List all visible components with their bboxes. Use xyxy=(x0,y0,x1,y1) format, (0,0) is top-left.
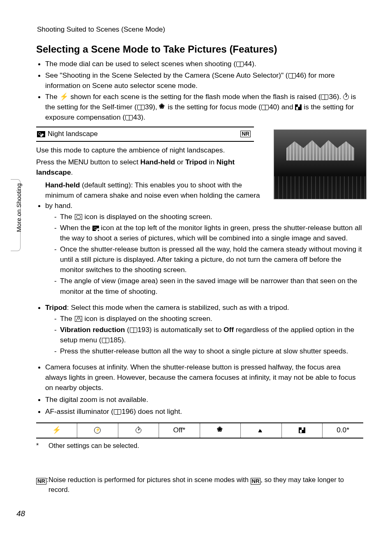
page-ref-icon xyxy=(130,328,137,333)
cell-focus-value xyxy=(241,423,282,438)
option-desc: : Select this mode when the camera is st… xyxy=(67,303,289,312)
night-landscape-small-icon xyxy=(92,226,99,231)
text: : xyxy=(46,476,48,483)
flash-icon: ⚡ xyxy=(60,92,69,102)
table-footnote: * Other settings can be selected. xyxy=(36,441,363,450)
flash-icon: ⚡ xyxy=(52,425,61,435)
text: 36). xyxy=(329,92,343,101)
cell-focus-icon xyxy=(200,423,241,438)
scene-desc-1: Use this mode to capture the ambience of… xyxy=(36,145,254,155)
nr-footnote: NR: Noise reduction is performed for pic… xyxy=(36,475,363,495)
mountain-icon xyxy=(257,427,265,434)
intro-item-1: The mode dial can be used to select scen… xyxy=(45,59,363,69)
cell-timer-icon xyxy=(118,423,159,438)
page-ref-icon xyxy=(236,62,244,67)
text: in xyxy=(207,158,217,166)
text: 196) does not light. xyxy=(122,407,182,415)
extra-note-3: AF-assist illuminator (196) does not lig… xyxy=(45,406,363,417)
text: button to select xyxy=(88,158,141,166)
tripod-screen-icon xyxy=(75,316,82,322)
text-bold: Tripod xyxy=(185,158,207,166)
cell-exp-value: 0.0* xyxy=(323,423,364,438)
text: ( xyxy=(125,325,129,334)
settings-table: ⚡ Off* 0.0* xyxy=(36,422,363,438)
page-ref-icon xyxy=(125,115,133,120)
text: The xyxy=(60,212,74,221)
cell-timer-value: Off* xyxy=(159,423,200,438)
night-landscape-icon xyxy=(37,131,45,137)
nr-badge: NR xyxy=(240,131,251,137)
page-ref-icon xyxy=(114,409,121,415)
focus-mode-icon xyxy=(159,104,166,111)
text: The xyxy=(45,92,60,101)
cell-flash-value xyxy=(77,423,118,438)
scene-mode-header: Night landscape NR xyxy=(36,127,254,142)
intro-item-2: See "Shooting in the Scene Selected by t… xyxy=(45,70,363,91)
text: 39), xyxy=(145,103,159,111)
page-number: 48 xyxy=(16,508,25,519)
footnote-mark: * xyxy=(36,441,48,450)
cell-flash-icon: ⚡ xyxy=(36,423,77,438)
text: . xyxy=(71,168,73,176)
nr-footnote-text: Noise reduction is performed for picture… xyxy=(48,475,363,495)
text: AF-assist illuminator ( xyxy=(45,407,113,415)
exposure-comp-icon xyxy=(295,104,302,110)
scene-desc-2: Press the MENU button to select Hand-hel… xyxy=(36,157,254,178)
page-ref-icon xyxy=(102,338,109,343)
page-ref-icon xyxy=(137,105,145,110)
text: icon is displayed on the shooting screen… xyxy=(83,314,212,323)
tripod-note-1: The icon is displayed on the shooting sc… xyxy=(54,314,363,324)
text: icon is displayed on the shooting screen… xyxy=(83,212,212,221)
text: The mode dial can be used to select scen… xyxy=(45,60,236,68)
page-ref-icon xyxy=(321,95,328,100)
sample-image-night-landscape xyxy=(274,129,367,199)
handheld-screen-icon xyxy=(75,214,82,220)
text-bold: Hand-held xyxy=(141,158,175,166)
self-timer-icon xyxy=(343,94,349,100)
page-header: Shooting Suited to Scenes (Scene Mode) xyxy=(37,25,363,35)
text: is the setting for focus mode ( xyxy=(166,103,261,111)
tripod-note-2: Vibration reduction (193) is automatical… xyxy=(54,325,363,345)
option-label: Hand-held xyxy=(45,181,80,189)
handheld-note-2: When the icon at the top left of the mon… xyxy=(54,223,363,243)
text: See "Shooting in the Scene Selected by t… xyxy=(45,71,288,79)
intro-list: The mode dial can be used to select scen… xyxy=(36,59,363,122)
handheld-note-1: The icon is displayed on the shooting sc… xyxy=(54,212,363,222)
exposure-comp-icon xyxy=(299,427,305,433)
text: 43). xyxy=(133,113,145,121)
text: Noise reduction is performed for picture… xyxy=(48,476,251,483)
cell-exp-icon xyxy=(281,423,323,438)
text: When the xyxy=(60,224,92,232)
flash-off-icon xyxy=(94,427,101,434)
menu-button-label: MENU xyxy=(68,158,88,166)
options-list: Hand-held (default setting): This enable… xyxy=(36,180,363,417)
text-bold: Off xyxy=(224,325,234,334)
nr-badge: NR xyxy=(251,478,261,485)
text: icon at the top left of the monitor ligh… xyxy=(60,224,362,242)
intro-item-3: The ⚡ shown for each scene is the settin… xyxy=(45,92,363,122)
scene-mode-name: Night landscape xyxy=(48,129,240,139)
text: 40) and xyxy=(269,103,295,111)
self-timer-icon xyxy=(136,427,141,433)
extra-note-2: The digital zoom is not available. xyxy=(45,395,363,405)
nr-badge: NR xyxy=(36,478,46,485)
side-tab: More on Shooting xyxy=(13,181,25,234)
text: 44). xyxy=(244,60,256,68)
page-ref-icon xyxy=(261,105,269,110)
text-bold: Vibration reduction xyxy=(60,325,125,334)
text: Press the xyxy=(36,158,68,166)
page-ref-icon xyxy=(288,73,296,78)
text: The xyxy=(60,314,74,323)
nr-footnote-mark: NR: xyxy=(36,475,48,495)
focus-mode-icon xyxy=(217,427,224,434)
handheld-note-4: The angle of view (image area) seen in t… xyxy=(54,276,363,296)
text: or xyxy=(175,158,185,166)
text: 193) is automatically set to xyxy=(138,325,224,334)
footnote-text: Other settings can be selected. xyxy=(48,441,139,450)
text: 185). xyxy=(110,336,126,344)
option-tripod: Tripod: Select this mode when the camera… xyxy=(45,302,363,356)
handheld-note-3: Once the shutter-release button is press… xyxy=(54,244,363,275)
text: shown for each scene is the setting for … xyxy=(69,92,321,101)
tripod-note-3: Press the shutter-release button all the… xyxy=(54,346,363,356)
extra-note-1: Camera focuses at infinity. When the shu… xyxy=(45,362,363,393)
